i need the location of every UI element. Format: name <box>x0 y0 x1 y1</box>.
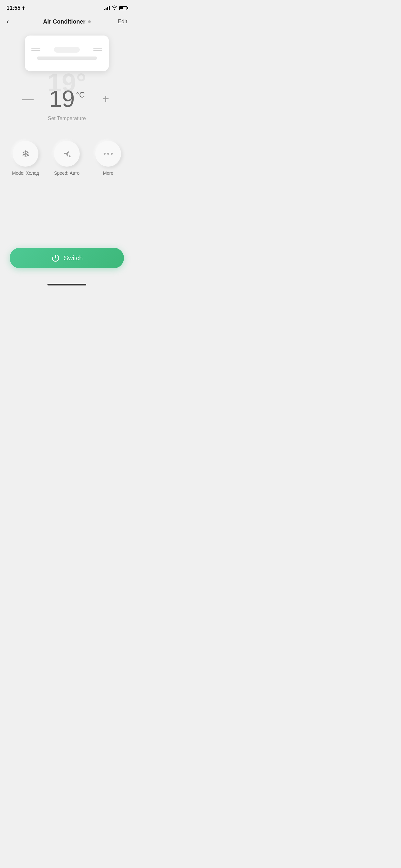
more-label: More <box>103 170 113 176</box>
mode-label: Mode: Холод <box>12 170 39 176</box>
temp-row: — 19 °C + <box>20 87 114 111</box>
temperature-unit: °C <box>76 90 85 99</box>
temperature-control: — 19 °C + Set Temperature <box>0 81 134 134</box>
more-button[interactable] <box>95 141 121 166</box>
nav-header: ‹ Air Conditioner Edit <box>0 14 134 29</box>
more-control[interactable]: More <box>89 141 127 176</box>
increase-temp-button[interactable]: + <box>98 91 114 107</box>
device-status-dot <box>88 20 91 23</box>
snowflake-icon: ❄ <box>22 148 30 159</box>
status-bar: 11:55 ⬆ <box>0 0 134 14</box>
location-icon: ⬆ <box>22 6 25 11</box>
ac-bottom-vent <box>37 57 97 60</box>
edit-button[interactable]: Edit <box>113 19 127 25</box>
time-label: 11:55 <box>6 5 20 11</box>
switch-button[interactable]: Switch <box>10 248 124 268</box>
temperature-label: Set Temperature <box>48 116 86 121</box>
more-dots-icon <box>104 153 113 155</box>
svg-point-0 <box>66 153 68 155</box>
status-icons <box>104 5 127 11</box>
wifi-icon <box>112 5 117 11</box>
ac-display-panel <box>54 47 80 53</box>
fan-icon: A <box>61 148 72 159</box>
ac-vent-right <box>93 49 102 51</box>
ac-device-image <box>25 35 109 71</box>
ac-vent-left <box>31 49 40 51</box>
title-container: Air Conditioner <box>43 19 91 25</box>
page-title: Air Conditioner <box>43 19 86 25</box>
mode-control[interactable]: ❄ Mode: Холод <box>6 141 44 176</box>
speed-label: Speed: Авто <box>54 170 80 176</box>
status-time: 11:55 ⬆ <box>6 5 25 11</box>
switch-button-label: Switch <box>64 254 83 262</box>
mode-button[interactable]: ❄ <box>12 141 38 166</box>
battery-icon <box>119 6 127 10</box>
svg-text:A: A <box>69 154 71 158</box>
power-icon <box>51 253 60 262</box>
speed-button[interactable]: A <box>54 141 80 166</box>
back-button[interactable]: ‹ <box>6 18 21 26</box>
temperature-display: 19 °C <box>49 87 85 111</box>
home-bar <box>48 284 86 285</box>
controls-row: ❄ Mode: Холод A Speed <box>0 134 134 182</box>
home-indicator <box>0 281 134 289</box>
device-area: 19° <box>0 29 134 81</box>
switch-area: Switch <box>0 241 134 281</box>
signal-icon <box>104 6 110 10</box>
speed-control[interactable]: A Speed: Авто <box>48 141 86 176</box>
temperature-value: 19 <box>49 87 74 111</box>
decrease-temp-button[interactable]: — <box>20 91 36 107</box>
